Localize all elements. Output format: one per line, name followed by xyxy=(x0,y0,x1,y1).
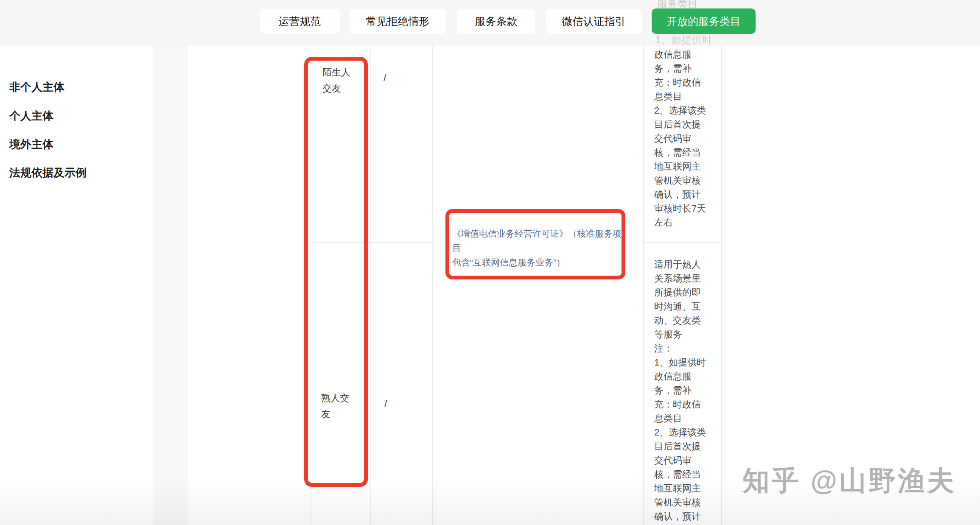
table-border-vertical xyxy=(643,46,644,525)
sidebar-item-legal-basis-examples[interactable]: 法规依据及示例 xyxy=(9,165,87,180)
cell-info-row1: 政信息服 务，需补 充：时政信 息类目 2、选择该类 目后首次提 交代码审 核，… xyxy=(654,47,726,229)
nav-button-operation-rules[interactable]: 运营规范 xyxy=(260,9,340,34)
annotation-box-category-column xyxy=(304,57,368,487)
nav-button-open-service-categories-active[interactable]: 开放的服务类目 xyxy=(652,8,756,34)
divider-band xyxy=(153,46,188,525)
sidebar-item-non-personal-subject[interactable]: 非个人主体 xyxy=(9,80,64,95)
table-border-vertical xyxy=(370,46,371,525)
sidebar-item-overseas-subject[interactable]: 境外主体 xyxy=(9,137,53,152)
watermark: 知乎 @山野渔夫 xyxy=(742,462,956,499)
nav-button-wechat-verification-guide[interactable]: 微信认证指引 xyxy=(546,9,642,34)
table-border-vertical xyxy=(432,46,433,525)
nav-button-common-rejections[interactable]: 常见拒绝情形 xyxy=(350,9,446,34)
cell-info-row2: 适用于熟人 关系场景里 所提供的即 时沟通、互 动、交友类 等服务 注： 1、如… xyxy=(654,257,726,523)
cell-slash-row2: / xyxy=(384,398,387,410)
sidebar-item-personal-subject[interactable]: 个人主体 xyxy=(9,109,53,123)
annotation-box-license xyxy=(445,209,625,279)
nav-button-terms-of-service[interactable]: 服务条款 xyxy=(457,9,535,34)
occluded-ghost-text-bottom: 1、如提供时 xyxy=(655,34,712,47)
table-row-divider xyxy=(643,242,722,243)
top-nav: 服务类目 1、如提供时 运营规范 常见拒绝情形 服务条款 微信认证指引 开放的服… xyxy=(0,0,980,46)
cell-slash-row1: / xyxy=(384,72,386,84)
